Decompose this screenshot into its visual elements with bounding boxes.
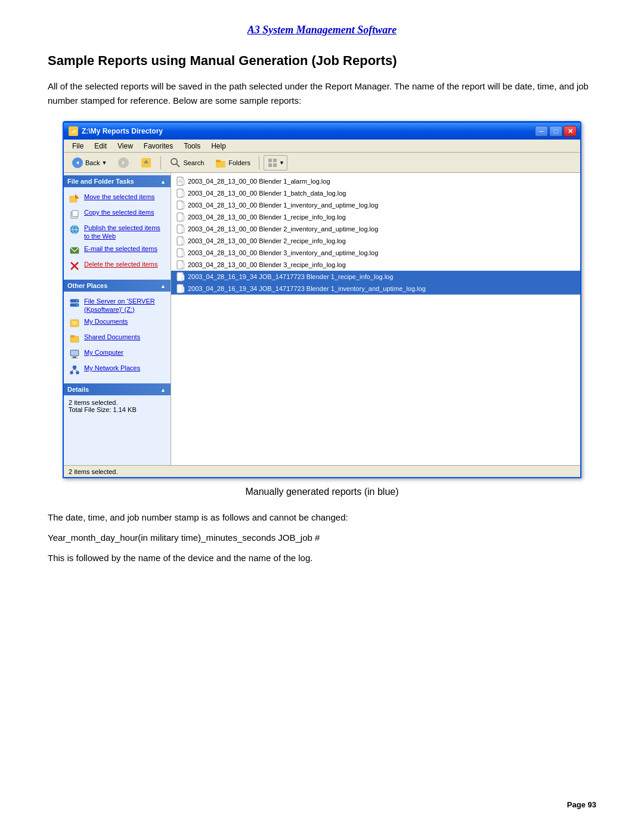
details-label: Details	[67, 386, 89, 393]
my-network-item[interactable]: My Network Places	[66, 362, 168, 377]
details-header[interactable]: Details	[64, 383, 171, 395]
file-item-3[interactable]: 2003_04_28_13_00_00 Blender 1_inventory_…	[171, 199, 580, 211]
file-item-1[interactable]: 2003_04_28_13_00_00 Blender 1_alarm_log.…	[171, 175, 580, 187]
file-name-9: 2003_04_28_16_19_34 JOB_14717723 Blender…	[188, 273, 393, 280]
my-computer-icon	[69, 348, 80, 360]
back-button[interactable]: Back ▼	[67, 154, 111, 171]
my-documents-label: My Documents	[84, 317, 128, 326]
left-panel: File and Folder Tasks Move the sele	[64, 173, 171, 465]
menu-file[interactable]: File	[67, 141, 88, 151]
file-icon-1	[176, 176, 185, 186]
bottom-text-1: The date, time, and job number stamp is …	[48, 510, 596, 525]
folders-icon	[215, 157, 227, 169]
menu-tools[interactable]: Tools	[179, 141, 205, 151]
svg-marker-15	[75, 194, 79, 199]
views-chevron: ▼	[279, 160, 284, 166]
items-selected-text: 2 items selected.	[69, 399, 166, 406]
back-label: Back	[85, 159, 100, 166]
svg-rect-36	[72, 358, 78, 358]
my-computer-label: My Computer	[84, 348, 123, 357]
file-folder-tasks-chevron	[160, 178, 166, 185]
file-item-5[interactable]: 2003_04_28_13_00_00 Blender 2_inventory_…	[171, 223, 580, 235]
email-icon	[69, 244, 80, 256]
svg-rect-35	[73, 357, 76, 358]
email-task[interactable]: E-mail the selected items	[66, 243, 168, 258]
shared-documents-icon	[69, 333, 80, 345]
bottom-text-3: This is followed by the name of the devi…	[48, 551, 596, 565]
svg-rect-9	[216, 160, 221, 162]
section-heading: Sample Reports using Manual Generation (…	[48, 53, 596, 69]
copy-task[interactable]: Copy the selected items	[66, 206, 168, 222]
title-bar-buttons: ─ □ ✕	[535, 126, 577, 137]
toolbar-separator-1	[160, 156, 161, 169]
svg-rect-28	[70, 320, 79, 327]
other-places-section: Other Places	[64, 280, 171, 382]
publish-task[interactable]: Publish the selected items to the Web	[66, 222, 168, 243]
move-icon	[69, 193, 80, 205]
delete-task[interactable]: Delete the selected items	[66, 258, 168, 274]
folders-button[interactable]: Folders	[210, 154, 255, 171]
my-computer-item[interactable]: My Computer	[66, 346, 168, 362]
minimize-button[interactable]: ─	[535, 126, 548, 137]
forward-icon	[117, 157, 129, 169]
menu-edit[interactable]: Edit	[89, 141, 112, 151]
svg-point-39	[76, 371, 79, 374]
file-name-3: 2003_04_28_13_00_00 Blender 1_inventory_…	[188, 202, 378, 209]
file-item-2[interactable]: 2003_04_28_13_00_00 Blender 1_batch_data…	[171, 187, 580, 199]
maximize-button[interactable]: □	[549, 126, 562, 137]
status-bar: 2 items selected.	[64, 465, 580, 477]
file-icon-2	[176, 188, 185, 198]
search-label: Search	[183, 159, 204, 166]
svg-rect-34	[71, 351, 78, 355]
svg-point-27	[76, 304, 78, 305]
menu-view[interactable]: View	[113, 141, 138, 151]
menu-favorites[interactable]: Favorites	[139, 141, 178, 151]
back-arrow: ▼	[101, 160, 107, 166]
other-places-label: Other Places	[67, 282, 107, 289]
file-icon-8	[176, 260, 185, 270]
file-name-6: 2003_04_28_13_00_00 Blender 2_recipe_inf…	[188, 237, 346, 244]
publish-task-label: Publish the selected items to the Web	[84, 224, 166, 241]
file-item-8[interactable]: 2003_04_28_13_00_00 Blender 3_recipe_inf…	[171, 259, 580, 271]
my-documents-item[interactable]: My Documents	[66, 315, 168, 331]
menu-help[interactable]: Help	[206, 141, 231, 151]
file-item-9[interactable]: 2003_04_28_16_19_34 JOB_14717723 Blender…	[171, 271, 580, 283]
copy-icon	[69, 208, 80, 220]
move-task[interactable]: Move the selected items	[66, 191, 168, 206]
file-name-2: 2003_04_28_13_00_00 Blender 1_batch_data…	[188, 190, 346, 197]
my-documents-icon	[69, 317, 80, 329]
email-task-label: E-mail the selected items	[84, 244, 157, 253]
file-icon-5	[176, 224, 185, 234]
search-button[interactable]: Search	[165, 154, 208, 171]
svg-point-38	[70, 371, 73, 374]
file-item-6[interactable]: 2003_04_28_13_00_00 Blender 2_recipe_inf…	[171, 235, 580, 247]
file-icon-4	[176, 212, 185, 222]
file-item-10[interactable]: 2003_04_28_16_19_34 JOB_14717723 Blender…	[171, 283, 580, 295]
file-icon-7	[176, 248, 185, 258]
svg-point-6	[171, 159, 177, 165]
title-bar-left: 📁 Z:\My Reports Directory	[69, 126, 163, 136]
folders-label: Folders	[228, 159, 250, 166]
views-icon	[267, 157, 278, 169]
up-button[interactable]	[136, 154, 156, 171]
svg-rect-17	[72, 210, 78, 216]
svg-rect-32	[70, 335, 75, 337]
file-name-1: 2003_04_28_13_00_00 Blender 1_alarm_log.…	[188, 178, 330, 185]
search-icon	[169, 157, 181, 169]
forward-button[interactable]	[113, 154, 134, 171]
file-name-5: 2003_04_28_13_00_00 Blender 2_inventory_…	[188, 225, 378, 233]
file-item-7[interactable]: 2003_04_28_13_00_00 Blender 3_inventory_…	[171, 247, 580, 259]
close-button[interactable]: ✕	[564, 126, 577, 137]
move-task-label: Move the selected items	[84, 193, 155, 201]
file-folder-tasks-header[interactable]: File and Folder Tasks	[64, 175, 171, 187]
file-server-item[interactable]: File Server on 'SERVER (Kpsoftware)' (Z:…	[66, 295, 168, 316]
svg-line-40	[72, 369, 75, 371]
file-icon-10	[176, 284, 185, 293]
explorer-body: File and Folder Tasks Move the sele	[64, 173, 580, 465]
file-folder-tasks-label: File and Folder Tasks	[67, 178, 134, 185]
views-button[interactable]: ▼	[264, 155, 287, 171]
file-item-4[interactable]: 2003_04_28_13_00_00 Blender 1_recipe_inf…	[171, 211, 580, 223]
other-places-header[interactable]: Other Places	[64, 280, 171, 292]
my-network-icon	[69, 364, 80, 376]
shared-documents-item[interactable]: Shared Documents	[66, 331, 168, 346]
